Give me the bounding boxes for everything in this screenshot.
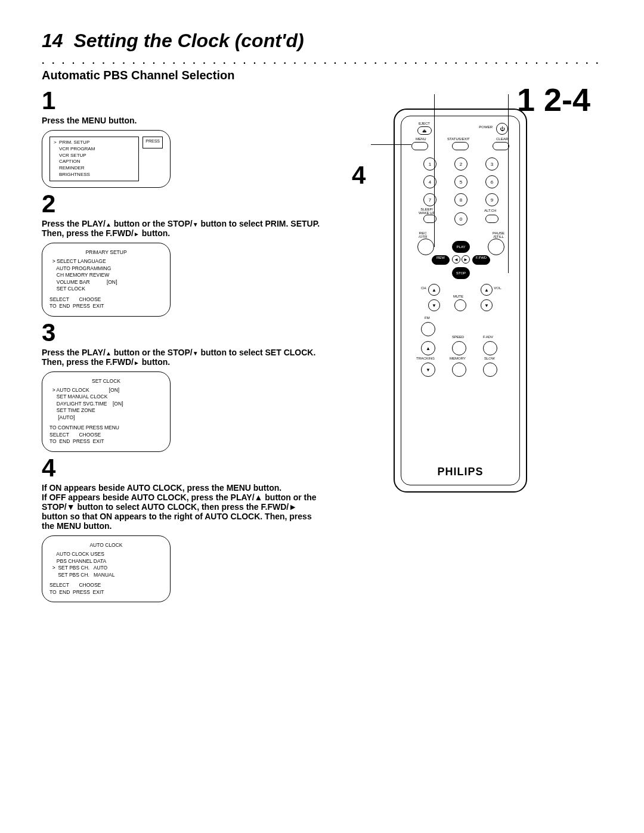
track-down-button[interactable]: ▼ [421, 363, 435, 377]
altch-button[interactable] [485, 215, 499, 223]
brand-logo: PHILIPS [395, 466, 526, 478]
vol-label: VOL. [494, 286, 502, 290]
rew-button[interactable]: REW [432, 255, 450, 265]
page-title: 14 Setting the Clock (cont'd) [42, 30, 602, 52]
step-text-4: If ON appears beside AUTO CLOCK, press t… [42, 483, 322, 531]
vol-down-button[interactable]: ▼ [481, 299, 493, 311]
num-2[interactable]: 2 [454, 157, 467, 171]
osd-screen-2: PRIMARY SETUP > SELECT LANGUAGE AUTO PRO… [42, 243, 171, 317]
num-5[interactable]: 5 [454, 175, 467, 188]
pause-label: PAUSE /STILL [493, 231, 504, 239]
clear-label: CLEAR [496, 137, 508, 141]
mute-label: MUTE [453, 295, 463, 298]
divider: . . . . . . . . . . . . . . . . . . . . … [42, 55, 602, 66]
ch-down-button[interactable]: ▼ [428, 299, 440, 311]
fm-label: FM [425, 316, 430, 320]
ch-label: CH. [421, 286, 427, 290]
num-8[interactable]: 8 [454, 193, 467, 206]
step-text-3: Press the PLAY/ button or the STOP/ butt… [42, 348, 322, 367]
eject-button[interactable]: ⏏ [417, 126, 432, 135]
status-button[interactable] [452, 142, 469, 150]
step-num-1: 1 [42, 88, 322, 113]
sleep-label: SLEEP/ WAKE UP [419, 208, 435, 215]
callout-line-top-a [434, 94, 435, 247]
pause-button[interactable] [488, 239, 504, 255]
num-3[interactable]: 3 [485, 157, 499, 171]
tracking-label: TRACKING [416, 357, 435, 360]
play-button[interactable]: PLAY [452, 241, 470, 253]
fadv-label: F.ADV [483, 335, 493, 339]
num-9[interactable]: 9 [485, 193, 499, 206]
step-text-1: Press the MENU button. [42, 116, 322, 125]
ch-up-button[interactable]: ▲ [428, 284, 440, 296]
remote-diagram: EJECT ⏏ POWER ⏻ MENU STATUS/EXIT CLEAR 1… [394, 109, 527, 493]
osd-screen-1: > PRIM. SETUP VCR PROGRAM VCR SETUP CAPT… [42, 130, 171, 188]
num-0[interactable]: 0 [454, 212, 467, 225]
vol-up-button[interactable]: ▲ [481, 284, 493, 296]
stop-button[interactable]: STOP [452, 267, 470, 279]
section-subtitle: Automatic PBS Channel Selection [42, 69, 602, 82]
speed-label: SPEED [452, 335, 464, 339]
memory-label: MEMORY [450, 357, 466, 360]
callout-line-4 [371, 144, 411, 145]
slow-button[interactable] [483, 363, 497, 377]
menu-button[interactable] [411, 142, 428, 150]
power-label: POWER [479, 125, 493, 129]
step-num-4: 4 [42, 456, 322, 481]
eject-label: EJECT [419, 122, 430, 125]
power-button[interactable]: ⏻ [496, 123, 508, 135]
status-label: STATUS/EXIT [447, 137, 470, 141]
track-up-button[interactable]: ▲ [421, 341, 435, 355]
rec-button[interactable] [417, 239, 434, 255]
menu-label: MENU [416, 137, 426, 141]
callout-line-top-b [508, 94, 509, 273]
slow-label: SLOW [484, 357, 495, 360]
step-num-3: 3 [42, 320, 322, 345]
altch-label: ALT.CH [484, 209, 496, 212]
fadv-button[interactable] [483, 341, 497, 355]
num-6[interactable]: 6 [485, 175, 499, 188]
fm-button[interactable] [421, 322, 435, 336]
rec-label: REC /OTR [419, 231, 427, 239]
memory-button[interactable] [452, 363, 466, 377]
clear-button[interactable] [493, 142, 509, 150]
osd-screen-4: AUTO CLOCK AUTO CLOCK USES PBS CHANNEL D… [42, 535, 171, 602]
step-num-2: 2 [42, 191, 322, 216]
mute-button[interactable] [454, 299, 466, 311]
ffwd-button[interactable]: F.FWD [472, 255, 490, 265]
step-text-2: Press the PLAY/ button or the STOP/ butt… [42, 219, 322, 238]
dir-right-icon: ► [462, 255, 470, 264]
osd-screen-3: SET CLOCK > AUTO CLOCK [ON] SET MANUAL C… [42, 371, 171, 452]
press-label: PRESS [143, 137, 163, 148]
speed-button[interactable] [452, 341, 466, 355]
dir-left-icon: ◄ [452, 255, 460, 264]
